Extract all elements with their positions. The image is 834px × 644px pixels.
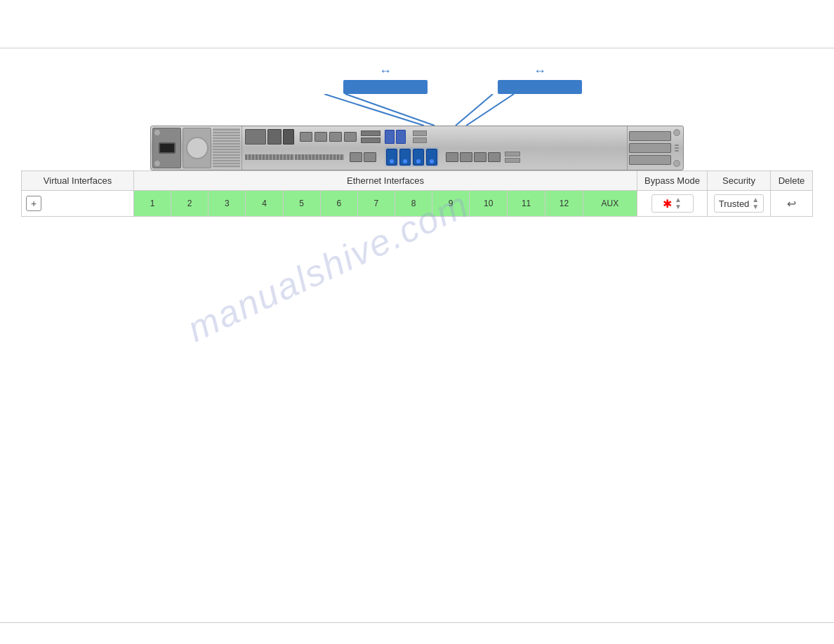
eth-port-1[interactable]: 1: [134, 191, 171, 217]
port-row-bottom: [245, 147, 624, 167]
eth-port-aux[interactable]: AUX: [583, 191, 637, 217]
fan-circle: [186, 137, 208, 159]
svg-line-0: [324, 94, 424, 126]
eth-port-10[interactable]: 10: [470, 191, 508, 217]
mgmt-port-2: [629, 143, 671, 153]
svg-line-1: [345, 94, 435, 126]
connector-svg: [150, 94, 684, 126]
delete-header: Delete: [771, 171, 813, 191]
left-arrow-block: ↔: [343, 64, 428, 94]
eth-port-9[interactable]: 9: [432, 191, 470, 217]
security-value: Trusted: [719, 199, 750, 209]
delete-button[interactable]: ↩: [782, 194, 802, 213]
port-row-top: [245, 129, 624, 145]
table-row: + 1 2 3 4 5 6 7 8 9 10 11 12 AUX: [22, 191, 813, 217]
eth-port-7[interactable]: 7: [357, 191, 395, 217]
eth-port-8[interactable]: 8: [395, 191, 432, 217]
device-chassis: [150, 126, 684, 170]
sfp-port-1: [386, 149, 397, 166]
sfp-port-2: [399, 149, 411, 166]
security-select[interactable]: Trusted ▲▼: [714, 194, 764, 213]
security-cell: Trusted ▲▼: [708, 191, 771, 217]
eth-port-12[interactable]: 12: [545, 191, 583, 217]
mgmt-port-3: [629, 155, 671, 165]
chassis-middle: [242, 126, 627, 170]
bypass-mode-cell: ✱ ▲▼: [637, 191, 708, 217]
svg-line-3: [466, 94, 514, 126]
security-header: Security: [708, 171, 771, 191]
virtual-interfaces-cell: +: [22, 191, 134, 217]
screw-tl: [154, 129, 161, 136]
chassis-right: [627, 126, 683, 170]
screw-bl: [154, 160, 161, 167]
add-virtual-interface-button[interactable]: +: [26, 196, 41, 211]
virtual-interfaces-header: Virtual Interfaces: [22, 171, 134, 191]
eth-port-6[interactable]: 6: [320, 191, 357, 217]
eth-port-4[interactable]: 4: [246, 191, 283, 217]
right-double-arrow-icon: ↔: [534, 64, 546, 79]
ethernet-interfaces-header: Ethernet Interfaces: [134, 171, 637, 191]
eth-port-3[interactable]: 3: [208, 191, 246, 217]
bottom-border: [0, 622, 834, 623]
bypass-mode-header: Bypass Mode: [637, 171, 708, 191]
interface-table: Virtual Interfaces Ethernet Interfaces B…: [21, 170, 813, 217]
connector-svg-area: [150, 94, 684, 126]
left-double-arrow-icon: ↔: [379, 64, 392, 79]
sfp-port-3: [413, 149, 424, 166]
right-blue-bar: [498, 80, 582, 94]
right-arrow-block: ↔: [498, 64, 582, 94]
svg-line-2: [456, 94, 493, 126]
mgmt-port-1: [629, 131, 671, 141]
page-container: manualshive.com ↔ ↔: [0, 0, 834, 644]
screw-tr: [673, 129, 680, 136]
security-spinner-icon: ▲▼: [752, 196, 759, 210]
eth-port-11[interactable]: 11: [508, 191, 545, 217]
delete-cell: ↩: [771, 191, 813, 217]
sfp-port-4: [426, 149, 437, 166]
content-area: ↔ ↔: [21, 48, 813, 217]
eth-port-5[interactable]: 5: [283, 191, 320, 217]
fan-unit: [183, 128, 211, 168]
bypass-mode-select[interactable]: ✱ ▲▼: [651, 194, 694, 213]
vent-area: [213, 128, 240, 168]
device-image-area: ↔ ↔: [21, 55, 813, 170]
sfp-area: [385, 147, 439, 167]
screw-br: [673, 160, 680, 167]
eth-port-2[interactable]: 2: [171, 191, 208, 217]
top-arrows-area: ↔ ↔: [150, 55, 684, 94]
bypass-asterisk-icon: ✱: [663, 197, 672, 210]
left-blue-bar: [343, 80, 428, 94]
arrows-and-device: ↔ ↔: [150, 55, 684, 170]
bypass-spinner-icon: ▲▼: [675, 196, 682, 210]
chassis-left: [151, 126, 242, 170]
